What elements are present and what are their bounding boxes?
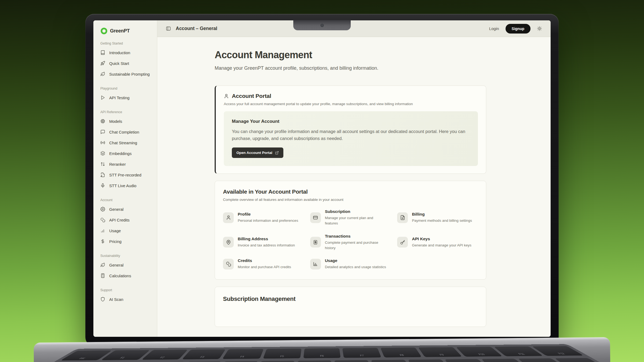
login-link[interactable]: Login bbox=[489, 26, 499, 31]
feature-title: Billing Address bbox=[238, 237, 295, 241]
subscription-management-card: Subscription Management bbox=[215, 287, 486, 327]
feature-item-credits: CreditsMonitor and purchase API credits bbox=[223, 258, 304, 270]
sidebar-item-introduction[interactable]: Introduction bbox=[100, 47, 154, 58]
file-text-icon bbox=[397, 212, 408, 223]
keyboard-key: F9 bbox=[418, 347, 462, 357]
topbar-right: Login Signup bbox=[489, 24, 542, 34]
rocket-icon bbox=[100, 61, 105, 66]
gear-icon bbox=[100, 207, 105, 212]
feature-description: Payment methods and billing settings bbox=[412, 218, 472, 223]
feature-title: Profile bbox=[238, 212, 298, 217]
sidebar-item-general[interactable]: General bbox=[100, 260, 154, 270]
sidebar-item-label: STT Pre-recorded bbox=[109, 173, 141, 177]
sidebar-section-label: Account bbox=[100, 198, 154, 202]
manage-account-body: You can change your profile information … bbox=[232, 128, 470, 142]
sidebar-section-label: Sustainability bbox=[100, 254, 154, 258]
page-breadcrumb: Account – General bbox=[176, 26, 217, 31]
sidebar-item-api-testing[interactable]: API Testing bbox=[100, 92, 154, 103]
calculator-icon bbox=[100, 273, 105, 278]
keyboard-key: F3 bbox=[182, 349, 226, 359]
theme-toggle-sun-icon[interactable] bbox=[537, 26, 542, 31]
feature-description: Generate and manage your API keys bbox=[412, 243, 471, 248]
keyboard-key: 8 bbox=[371, 360, 411, 362]
sidebar: GreenPT Getting StartedIntroductionQuick… bbox=[93, 20, 157, 337]
sidebar-item-label: Sustainable Prompting bbox=[109, 72, 150, 76]
keyboard-key: F8 bbox=[380, 347, 422, 357]
sidebar-item-quick-start[interactable]: Quick Start bbox=[100, 58, 154, 69]
sidebar-item-label: General bbox=[109, 263, 123, 267]
sidebar-item-reranker[interactable]: Reranker bbox=[100, 159, 154, 169]
sidebar-item-stt-live-audio[interactable]: STT Live Audio bbox=[100, 180, 154, 191]
portal-features-title: Available in Your Account Portal bbox=[223, 189, 478, 195]
feature-title: Credits bbox=[238, 258, 291, 263]
sidebar-item-embeddings[interactable]: Embeddings bbox=[100, 148, 154, 159]
topbar: Account – General Login Signup bbox=[157, 20, 551, 37]
sidebar-item-models[interactable]: Models bbox=[100, 116, 154, 127]
open-account-portal-button[interactable]: Open Account Portal bbox=[232, 147, 283, 158]
keyboard-key: 6 bbox=[296, 360, 332, 362]
feature-item-usage: UsageDetailed analytics and usage statis… bbox=[310, 258, 391, 270]
feature-text: API KeysGenerate and manage your API key… bbox=[412, 237, 471, 248]
camera-notch bbox=[293, 20, 351, 30]
feature-text: CreditsMonitor and purchase API credits bbox=[238, 258, 291, 270]
feature-item-billing: BillingPayment methods and billing setti… bbox=[397, 209, 478, 226]
feature-text: BillingPayment methods and billing setti… bbox=[412, 212, 472, 223]
dollar-icon bbox=[100, 239, 105, 244]
sidebar-item-label: Calculations bbox=[109, 274, 131, 278]
radio-icon bbox=[100, 140, 105, 145]
sidebar-item-label: General bbox=[109, 207, 123, 212]
account-portal-card-title: Account Portal bbox=[232, 93, 271, 99]
background-gradient: GreenPT Getting StartedIntroductionQuick… bbox=[0, 0, 644, 362]
laptop-screen-bezel: GreenPT Getting StartedIntroductionQuick… bbox=[85, 14, 559, 346]
keyboard-key: F7 bbox=[342, 348, 381, 358]
sidebar-item-label: AI Scan bbox=[109, 297, 123, 302]
layers-icon bbox=[100, 151, 105, 156]
feature-description: Personal information and preferences bbox=[238, 218, 298, 223]
feature-item-subscription: SubscriptionManage your current plan and… bbox=[310, 209, 391, 226]
feature-text: Billing AddressInvoice and tax address i… bbox=[238, 237, 295, 248]
feature-description: Monitor and purchase API credits bbox=[238, 264, 291, 270]
sidebar-item-label: Embeddings bbox=[109, 151, 131, 156]
feature-text: UsageDetailed analytics and usage statis… bbox=[325, 258, 386, 270]
sidebar-item-general[interactable]: General bbox=[100, 204, 154, 215]
user-icon bbox=[223, 212, 234, 223]
sidebar-item-stt-pre-recorded[interactable]: STT Pre-recorded bbox=[100, 169, 154, 180]
sidebar-item-calculations[interactable]: Calculations bbox=[100, 270, 154, 281]
keyboard-key: delete bbox=[554, 358, 608, 362]
bar-chart-icon bbox=[100, 228, 105, 233]
feature-description: Detailed analytics and usage statistics bbox=[325, 264, 386, 270]
sidebar-item-pricing[interactable]: Pricing bbox=[100, 236, 154, 247]
keyboard-key: 7 bbox=[335, 360, 372, 362]
sidebar-item-label: Usage bbox=[109, 228, 121, 233]
manage-account-title: Manage Your Account bbox=[232, 119, 470, 124]
page-subtitle: Manage your GreenPT account profile, sub… bbox=[215, 65, 551, 71]
keyboard-key: F5 bbox=[263, 348, 302, 359]
sidebar-toggle-icon[interactable] bbox=[166, 26, 171, 31]
sidebar-item-usage[interactable]: Usage bbox=[100, 225, 154, 236]
cpu-icon bbox=[100, 119, 105, 124]
external-link-icon bbox=[275, 151, 279, 155]
sidebar-item-api-credits[interactable]: API Credits bbox=[100, 215, 154, 225]
signup-button[interactable]: Signup bbox=[506, 24, 530, 34]
sidebar-item-sustainable-prompting[interactable]: Sustainable Prompting bbox=[100, 69, 154, 79]
keyboard-key: F4 bbox=[222, 349, 264, 359]
manage-account-panel: Manage Your Account You can change your … bbox=[224, 111, 478, 166]
keyboard: escF1F2F3F4F5F6F7F8F9F10F11F12`123456789… bbox=[0, 344, 644, 362]
sidebar-item-chat-streaming[interactable]: Chat Streaming bbox=[100, 137, 154, 148]
sidebar-item-ai-scan[interactable]: AI Scan bbox=[100, 294, 154, 305]
keyboard-key: 5 bbox=[257, 361, 295, 362]
message-square-icon bbox=[100, 130, 105, 134]
leaf-icon bbox=[100, 263, 105, 267]
sidebar-item-chat-completion[interactable]: Chat Completion bbox=[100, 127, 154, 137]
sidebar-item-label: API Credits bbox=[109, 218, 130, 222]
feature-item-transactions: TransactionsComplete payment and purchas… bbox=[310, 234, 391, 251]
webcam-dot bbox=[320, 24, 324, 27]
app-logo[interactable]: GreenPT bbox=[100, 27, 154, 35]
key-icon bbox=[397, 237, 408, 248]
user-icon bbox=[224, 94, 229, 99]
chart-column-icon bbox=[310, 259, 321, 269]
map-pin-icon bbox=[223, 237, 234, 248]
feature-description: Manage your current plan and features bbox=[325, 215, 387, 226]
account-portal-card: Account Portal Access your full account … bbox=[215, 86, 486, 174]
play-icon bbox=[100, 95, 105, 100]
